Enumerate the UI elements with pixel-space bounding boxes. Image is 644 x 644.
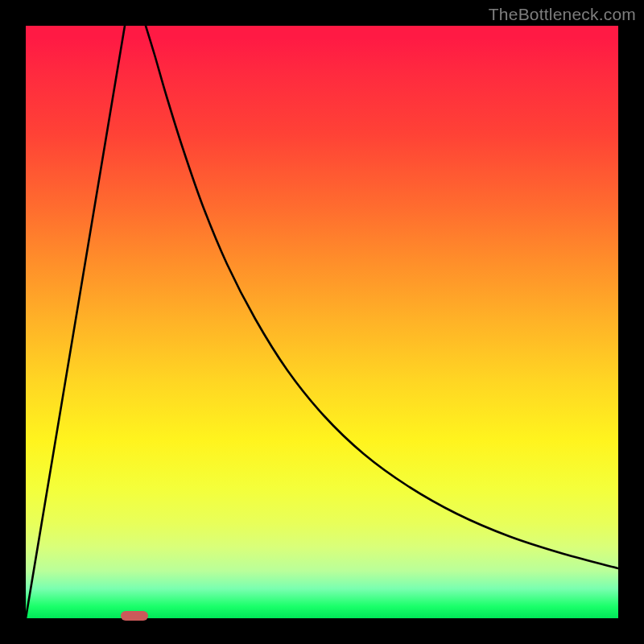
curve-svg [26, 26, 618, 618]
chart-frame: TheBottleneck.com [0, 0, 644, 644]
watermark-text: TheBottleneck.com [489, 5, 636, 24]
chart-plot-area [26, 26, 618, 618]
chart-path [26, 26, 618, 618]
target-marker [121, 611, 148, 621]
